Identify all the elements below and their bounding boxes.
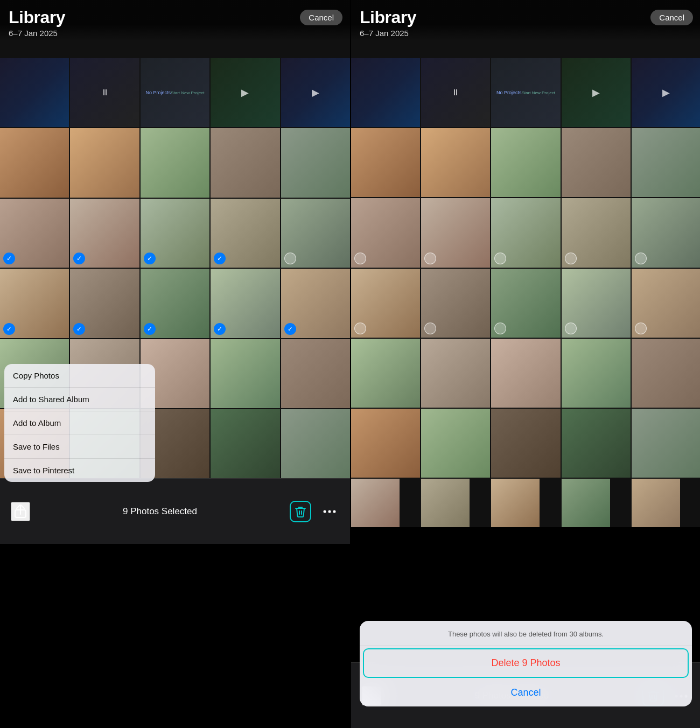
dialog-message-text: These photos will also be deleted from 3…	[360, 621, 692, 646]
photo-cell[interactable]	[491, 128, 560, 197]
photo-cell[interactable]	[351, 409, 420, 478]
share-button[interactable]	[11, 502, 30, 521]
photo-cell[interactable]	[351, 58, 420, 127]
photo-cell[interactable]	[281, 339, 350, 408]
photo-cell[interactable]	[0, 58, 69, 127]
selection-check: ✓	[214, 323, 226, 335]
photo-cell[interactable]	[211, 409, 279, 478]
svg-point-3	[333, 510, 335, 513]
right-photo-grid: ⏸ No ProjectsStart New Project ▶ ▶	[351, 0, 700, 527]
selection-check: ✓	[284, 323, 296, 335]
photo-cell[interactable]: ⏸	[421, 58, 490, 127]
photo-cell[interactable]	[281, 409, 350, 478]
action-pinterest[interactable]: Save to Pinterest	[4, 459, 155, 482]
photo-cell[interactable]	[562, 339, 631, 408]
photo-cell[interactable]	[70, 128, 139, 197]
photo-cell[interactable]: No ProjectsStart New Project	[491, 58, 560, 127]
selection-check	[354, 253, 366, 264]
selection-check	[635, 253, 647, 264]
photo-cell[interactable]	[351, 128, 420, 197]
left-header: Library 6–7 Jan 2025 Cancel	[0, 0, 350, 41]
selection-check: ✓	[144, 253, 156, 264]
left-panel-subtitle: 6–7 Jan 2025	[9, 29, 341, 38]
action-shared-album[interactable]: Add to Shared Album	[4, 388, 155, 411]
photo-cell[interactable]	[281, 128, 350, 197]
photo-cell[interactable]	[491, 479, 540, 527]
selection-check: ✓	[73, 323, 85, 335]
left-cancel-button[interactable]: Cancel	[300, 10, 342, 25]
trash-button[interactable]	[290, 501, 311, 522]
photo-cell[interactable]	[491, 198, 560, 267]
right-panel: ⏸ No ProjectsStart New Project ▶ ▶	[351, 0, 700, 728]
photo-cell[interactable]	[562, 479, 610, 527]
photo-cell[interactable]	[632, 198, 700, 267]
photo-cell[interactable]: ✓	[70, 199, 139, 268]
dialog-cancel-button[interactable]: Cancel	[360, 679, 692, 706]
photo-cell[interactable]	[491, 269, 560, 338]
right-header: Library 6–7 Jan 2025 Cancel	[351, 0, 700, 41]
selected-count-text: 9 Photos Selected	[123, 506, 197, 517]
photo-cell[interactable]: ✓	[281, 269, 350, 338]
bottom-toolbar: 9 Photos Selected	[0, 478, 350, 544]
photo-cell[interactable]	[491, 339, 560, 408]
photo-cell[interactable]	[632, 479, 680, 527]
photo-cell[interactable]	[141, 128, 209, 197]
photo-cell[interactable]: ✓	[141, 269, 209, 338]
photo-cell[interactable]	[421, 128, 490, 197]
selection-check	[494, 253, 506, 264]
photo-cell[interactable]: ▶	[562, 58, 631, 127]
photo-cell[interactable]	[351, 198, 420, 267]
selection-check	[565, 253, 577, 264]
selection-check	[284, 253, 296, 264]
action-sheet: Copy Photos Add to Shared Album Add to A…	[4, 364, 155, 482]
action-add-album[interactable]: Add to Album	[4, 411, 155, 435]
selection-check	[565, 323, 577, 334]
photo-cell[interactable]	[421, 198, 490, 267]
photo-cell[interactable]	[211, 339, 279, 408]
photo-cell[interactable]: ▶	[632, 58, 700, 127]
selection-check	[424, 323, 436, 334]
right-panel-subtitle: 6–7 Jan 2025	[360, 29, 692, 38]
photo-cell[interactable]	[421, 339, 490, 408]
right-cancel-button[interactable]: Cancel	[650, 10, 693, 25]
photo-cell[interactable]	[562, 198, 631, 267]
photo-cell[interactable]	[562, 409, 631, 478]
photo-cell[interactable]	[421, 269, 490, 338]
photo-cell[interactable]: ⏸	[70, 58, 139, 127]
photo-cell[interactable]: ▶	[281, 58, 350, 127]
photo-cell[interactable]	[632, 269, 700, 338]
photo-cell[interactable]	[421, 479, 470, 527]
photo-cell[interactable]	[0, 128, 69, 197]
photo-cell[interactable]: ✓	[211, 269, 279, 338]
more-button[interactable]	[320, 502, 339, 521]
photo-cell[interactable]	[211, 128, 279, 197]
photo-cell[interactable]	[632, 339, 700, 408]
toolbar-actions	[290, 501, 339, 522]
photo-cell[interactable]: ✓	[70, 269, 139, 338]
photo-cell[interactable]	[351, 339, 420, 408]
photo-cell[interactable]: ✓	[141, 199, 209, 268]
photo-cell[interactable]	[632, 128, 700, 197]
photo-cell[interactable]: ▶	[211, 58, 279, 127]
selection-check: ✓	[3, 323, 15, 335]
photo-cell[interactable]	[562, 128, 631, 197]
photo-cell[interactable]	[562, 269, 631, 338]
photo-cell[interactable]	[281, 199, 350, 268]
photo-cell[interactable]: ✓	[0, 199, 69, 268]
photo-cell[interactable]	[421, 409, 490, 478]
photo-cell[interactable]	[491, 409, 560, 478]
photo-cell[interactable]: ✓	[0, 269, 69, 338]
photo-cell[interactable]: No ProjectsStart New Project	[141, 58, 209, 127]
selection-check	[635, 323, 647, 334]
delete-confirm-button[interactable]: Delete 9 Photos	[363, 648, 689, 678]
svg-point-1	[323, 510, 326, 513]
photo-cell[interactable]	[351, 269, 420, 338]
action-copy[interactable]: Copy Photos	[4, 364, 155, 388]
selection-check	[354, 323, 366, 334]
selection-check	[424, 253, 436, 264]
action-save-files[interactable]: Save to Files	[4, 435, 155, 459]
selection-check: ✓	[144, 323, 156, 335]
photo-cell[interactable]	[351, 479, 400, 527]
photo-cell[interactable]	[632, 409, 700, 478]
photo-cell[interactable]: ✓	[211, 199, 279, 268]
